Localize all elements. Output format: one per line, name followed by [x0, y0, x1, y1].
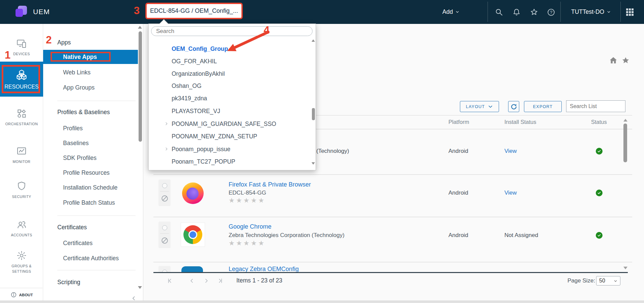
header-divider — [560, 2, 561, 22]
chrome-icon — [181, 223, 205, 246]
row-select-cell[interactable] — [158, 179, 171, 206]
nav-item-profile-resources[interactable]: Profile Resources — [63, 169, 110, 176]
app-publisher-fragment: (Technology) — [316, 147, 349, 155]
og-selector-value: EDCL-854-GG / OEM_Config_... — [150, 7, 238, 14]
annotation-number-1: 1 — [5, 49, 10, 61]
nav-item-certificate-authorities[interactable]: Certificate Authorities — [63, 255, 119, 262]
row-radio[interactable] — [162, 183, 167, 188]
nav-item-installation-schedule[interactable]: Installation Schedule — [63, 184, 118, 191]
table-scroll-up-icon[interactable] — [623, 119, 627, 122]
search-icon[interactable] — [495, 8, 503, 16]
og-item[interactable]: OG_FOR_AKHIL — [172, 57, 217, 65]
og-item-expandable[interactable]: POONAM_IG_GUARDIAN_SAFE_SSO — [172, 120, 276, 128]
dropdown-scroll-up-icon[interactable] — [312, 39, 315, 42]
bell-icon[interactable] — [513, 8, 521, 16]
app-launcher-icon[interactable] — [626, 8, 634, 16]
app-name-link[interactable]: Firefox Fast & Private Browser — [229, 181, 311, 188]
account-menu[interactable]: TUTTest-DO — [571, 8, 611, 15]
row-radio[interactable] — [162, 225, 167, 230]
sidebar-item-security[interactable]: SECURITY — [0, 181, 43, 200]
sidebar-item-groups-settings[interactable]: GROUPS & SETTINGS — [0, 250, 43, 274]
chevron-right-icon[interactable] — [164, 122, 169, 126]
table-bottom-border — [153, 272, 628, 273]
row-select-cell[interactable] — [158, 222, 171, 248]
sidebar-item-label: GROUPS & SETTINGS — [7, 264, 36, 274]
settings-gear-icon — [16, 250, 27, 261]
table-scroll-down-icon[interactable] — [623, 267, 627, 269]
nav-item-baselines[interactable]: Baselines — [63, 139, 89, 147]
nav-item-sdk-profiles[interactable]: SDK Profiles — [63, 154, 96, 162]
devices-icon — [16, 38, 27, 49]
sidebar-item-label: MONITOR — [13, 159, 31, 165]
panel-scroll-up-icon[interactable] — [138, 26, 142, 29]
install-status-cell: Not Assigned — [504, 232, 538, 239]
chevron-right-icon[interactable] — [164, 147, 169, 151]
dropdown-scroll-down-icon[interactable] — [312, 162, 315, 165]
app-name-link[interactable]: Google Chrome — [229, 223, 271, 230]
og-item[interactable]: PLAYASTORE_VJ — [172, 107, 220, 115]
account-name: TUTTest-DO — [571, 8, 604, 15]
add-menu[interactable]: Add — [442, 8, 460, 15]
last-page-icon[interactable] — [217, 277, 224, 284]
favorites-star-icon[interactable] — [530, 8, 538, 16]
nav-section-certificates: Certificates — [57, 224, 87, 231]
panel-scroll-down-icon[interactable] — [138, 286, 142, 289]
app-name-link[interactable]: Legacy Zebra OEMConfig — [229, 265, 299, 273]
block-icon[interactable] — [161, 195, 169, 202]
nav-item-profiles[interactable]: Profiles — [63, 125, 83, 132]
og-item[interactable]: Poonam_TC27_POPUP — [172, 158, 235, 166]
column-header-platform[interactable]: Platform — [448, 119, 469, 125]
page-size-select[interactable]: 50 — [596, 276, 620, 285]
next-page-icon[interactable] — [203, 277, 210, 284]
install-status-view-link[interactable]: View — [504, 147, 517, 155]
og-item[interactable]: OrganizationByAkhil — [172, 70, 225, 78]
install-status-view-link[interactable]: View — [504, 189, 517, 197]
dropdown-scrollbar-thumb[interactable] — [312, 108, 315, 120]
og-item[interactable]: Oshan_OG — [172, 82, 202, 90]
export-button[interactable]: EXPORT — [524, 101, 562, 112]
home-icon[interactable] — [609, 56, 618, 65]
favorite-star-icon[interactable] — [621, 56, 630, 65]
nav-item-certificates[interactable]: Certificates — [63, 239, 93, 247]
column-header-install-status[interactable]: Install Status — [504, 119, 536, 125]
annotation-box-resources — [2, 65, 40, 93]
header-divider — [488, 2, 488, 22]
panel-scrollbar-thumb[interactable] — [139, 31, 142, 142]
nav-item-web-links[interactable]: Web Links — [63, 69, 90, 76]
layout-button[interactable]: LAYOUT — [460, 101, 499, 112]
og-selector[interactable]: EDCL-854-GG / OEM_Config_... — [145, 3, 243, 19]
help-icon[interactable]: ? — [547, 8, 555, 16]
og-item[interactable]: POONAM_NEW_ZDNA_SETUP — [172, 132, 257, 140]
nav-item-profile-batch-status[interactable]: Profile Batch Status — [63, 199, 115, 206]
info-icon — [10, 292, 17, 298]
prev-page-icon[interactable] — [188, 277, 195, 284]
sidebar-item-about[interactable]: ABOUT — [0, 292, 43, 298]
annotation-box-native-apps — [51, 52, 111, 62]
og-item[interactable]: pk3419_zdna — [172, 94, 207, 102]
nav-item-app-groups[interactable]: App Groups — [63, 84, 94, 91]
header-divider — [620, 2, 621, 22]
status-check-icon — [596, 148, 603, 155]
block-icon[interactable] — [161, 237, 169, 244]
caret-down-icon — [607, 10, 611, 14]
sidebar-item-orchestration[interactable]: ORCHESTRATION — [0, 108, 43, 127]
og-item-oem-config-group[interactable]: OEM_Config_Group — [172, 45, 228, 53]
search-list-input[interactable] — [566, 100, 625, 112]
platform-cell: Android — [448, 189, 468, 197]
column-header-status[interactable]: Status — [591, 119, 607, 125]
annotation-arrow — [222, 28, 273, 54]
sidebar-item-label: DEVICES — [13, 52, 30, 57]
add-menu-label: Add — [442, 8, 453, 15]
status-check-icon — [596, 190, 603, 196]
nav-section-apps: Apps — [57, 39, 71, 46]
first-page-icon[interactable] — [166, 277, 173, 284]
sidebar-item-label: ORCHESTRATION — [5, 122, 38, 127]
layout-button-label: LAYOUT — [466, 104, 485, 109]
refresh-button[interactable] — [508, 101, 519, 112]
sidebar-item-accounts[interactable]: ACCOUNTS — [0, 219, 43, 238]
top-bar: UEM EDCL-854-GG / OEM_Config_... Add ? T… — [0, 0, 644, 24]
sidebar-item-monitor[interactable]: MONITOR — [0, 146, 43, 165]
og-item-expandable[interactable]: Poonam_popup_issue — [172, 145, 230, 153]
caret-down-icon — [488, 104, 493, 109]
table-scrollbar-thumb[interactable] — [623, 124, 627, 162]
